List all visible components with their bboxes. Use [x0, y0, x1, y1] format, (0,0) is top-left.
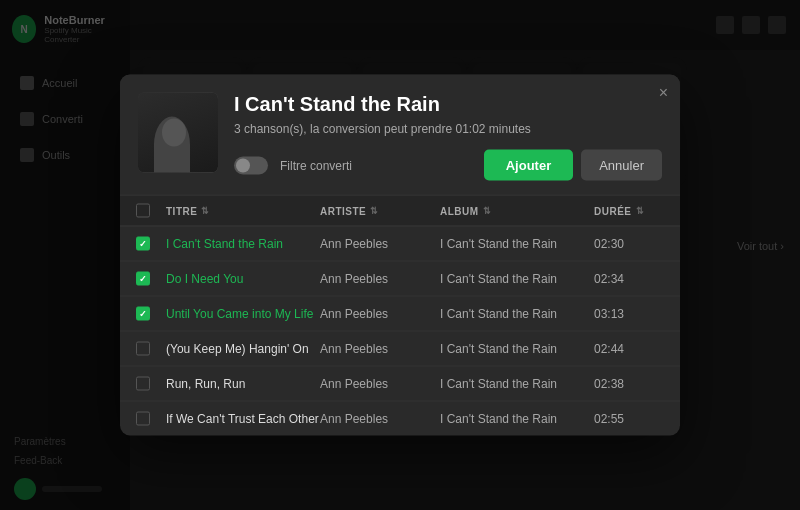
cell-title-4: Run, Run, Run: [166, 377, 320, 391]
cell-title-0: I Can't Stand the Rain: [166, 237, 320, 251]
cell-title-2: Until You Came into My Life: [166, 307, 320, 321]
col-artiste: ARTISTE ⇅: [320, 205, 440, 216]
cell-album-3: I Can't Stand the Rain: [440, 342, 594, 356]
table-header: TITRE ⇅ ARTISTE ⇅ ALBUM ⇅ DURÉE ⇅: [120, 195, 680, 227]
cell-duration-0: 02:30: [594, 237, 664, 251]
table-row: I Can't Stand the Rain Ann Peebles I Can…: [120, 227, 680, 262]
artiste-sort-icon[interactable]: ⇅: [370, 206, 379, 216]
cell-artist-4: Ann Peebles: [320, 377, 440, 391]
modal-dialog: I Can't Stand the Rain 3 chanson(s), la …: [120, 75, 680, 436]
cell-album-0: I Can't Stand the Rain: [440, 237, 594, 251]
cell-duration-3: 02:44: [594, 342, 664, 356]
cell-title-3: (You Keep Me) Hangin' On: [166, 342, 320, 356]
cell-artist-3: Ann Peebles: [320, 342, 440, 356]
album-art: [138, 93, 218, 173]
cell-title-5: If We Can't Trust Each Other: [166, 412, 320, 426]
row-checkbox-2[interactable]: [136, 307, 150, 321]
modal-subtitle: 3 chanson(s), la conversion peut prendre…: [234, 122, 662, 136]
cell-duration-1: 02:34: [594, 272, 664, 286]
table-row: (You Keep Me) Hangin' On Ann Peebles I C…: [120, 332, 680, 367]
cancel-button[interactable]: Annuler: [581, 150, 662, 181]
table-body: I Can't Stand the Rain Ann Peebles I Can…: [120, 227, 680, 436]
cell-artist-0: Ann Peebles: [320, 237, 440, 251]
cell-title-1: Do I Need You: [166, 272, 320, 286]
row-checkbox-5[interactable]: [136, 412, 150, 426]
close-modal-button[interactable]: ×: [659, 85, 668, 101]
col-check: [136, 204, 166, 218]
row-checkbox-0[interactable]: [136, 237, 150, 251]
cell-artist-5: Ann Peebles: [320, 412, 440, 426]
cell-duration-4: 02:38: [594, 377, 664, 391]
filter-toggle[interactable]: [234, 156, 268, 174]
table-row: If We Can't Trust Each Other Ann Peebles…: [120, 402, 680, 436]
row-checkbox-1[interactable]: [136, 272, 150, 286]
cell-duration-5: 02:55: [594, 412, 664, 426]
modal-header-info: I Can't Stand the Rain 3 chanson(s), la …: [234, 93, 662, 181]
duree-sort-icon[interactable]: ⇅: [636, 206, 645, 216]
table-row: Until You Came into My Life Ann Peebles …: [120, 297, 680, 332]
track-table: TITRE ⇅ ARTISTE ⇅ ALBUM ⇅ DURÉE ⇅: [120, 195, 680, 436]
cell-duration-2: 03:13: [594, 307, 664, 321]
col-duree: DURÉE ⇅: [594, 205, 664, 216]
add-button[interactable]: Ajouter: [484, 150, 574, 181]
cell-album-5: I Can't Stand the Rain: [440, 412, 594, 426]
table-row: Run, Run, Run Ann Peebles I Can't Stand …: [120, 367, 680, 402]
table-row: Do I Need You Ann Peebles I Can't Stand …: [120, 262, 680, 297]
cell-album-1: I Can't Stand the Rain: [440, 272, 594, 286]
cell-artist-2: Ann Peebles: [320, 307, 440, 321]
app-background: N NoteBurner Spotify Music Converter Acc…: [0, 0, 800, 510]
modal-controls: Filtre converti Ajouter Annuler: [234, 150, 662, 181]
row-checkbox-3[interactable]: [136, 342, 150, 356]
modal-header: I Can't Stand the Rain 3 chanson(s), la …: [120, 75, 680, 195]
select-all-checkbox[interactable]: [136, 204, 150, 218]
cell-artist-1: Ann Peebles: [320, 272, 440, 286]
row-checkbox-4[interactable]: [136, 377, 150, 391]
album-art-silhouette: [138, 93, 218, 173]
cell-album-4: I Can't Stand the Rain: [440, 377, 594, 391]
col-titre: TITRE ⇅: [166, 205, 320, 216]
titre-sort-icon[interactable]: ⇅: [201, 206, 210, 216]
col-album: ALBUM ⇅: [440, 205, 594, 216]
modal-title: I Can't Stand the Rain: [234, 93, 662, 116]
filter-label: Filtre converti: [280, 158, 352, 172]
album-sort-icon[interactable]: ⇅: [483, 206, 492, 216]
modal-action-buttons: Ajouter Annuler: [484, 150, 662, 181]
cell-album-2: I Can't Stand the Rain: [440, 307, 594, 321]
